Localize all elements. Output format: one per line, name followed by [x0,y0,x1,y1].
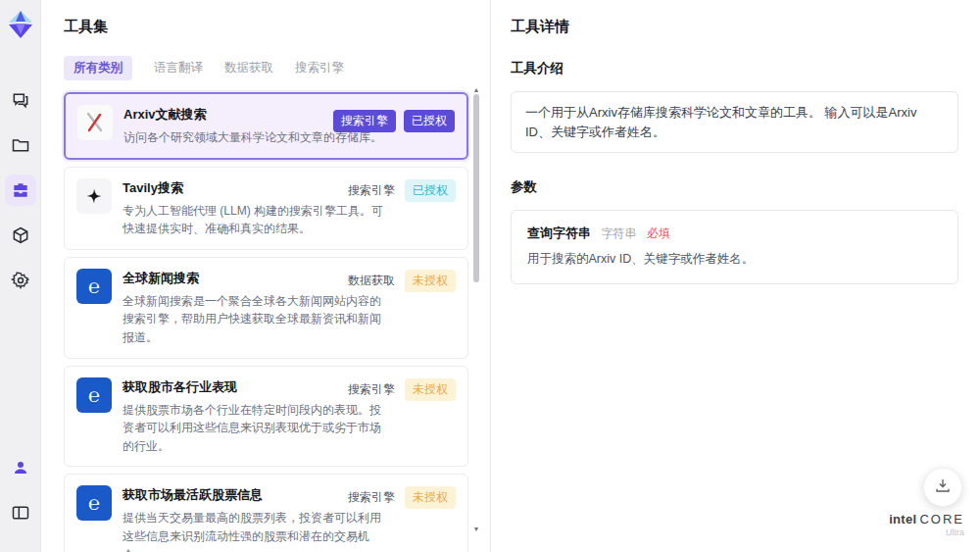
category-badge: 搜索引擎 [346,378,397,401]
tool-description: 提供股票市场各个行业在特定时间段内的表现。投资者可以利用这些信息来识别表现优于或… [122,401,389,456]
download-button[interactable] [923,468,962,507]
tool-description: 专为人工智能代理 (LLM) 构建的搜索引擎工具。可快速提供实时、准确和真实的结… [122,202,389,238]
app-window: 工具集 所有类别 语言翻译 数据获取 搜索引擎 Arxiv文献搜索 访问各个研究… [0,0,980,552]
parameter-header: 查询字符串 字符串 必填 [527,224,942,242]
app-logo-icon[interactable] [7,10,34,43]
category-badge: 搜索引擎 [333,110,396,132]
tool-list-panel: 工具集 所有类别 语言翻译 数据获取 搜索引擎 Arxiv文献搜索 访问各个研究… [41,0,490,552]
tool-description: 提供当天交易量最高的股票列表，投资者可以利用这些信息来识别流动性强的股票和潜在的… [122,509,389,552]
sidebar-item-models[interactable] [5,220,36,251]
tool-card-sector-performance[interactable]: ℮ 获取股市各行业表现 提供股票市场各个行业在特定时间段内的表现。投资者可以利用… [64,366,468,468]
tab-all-categories[interactable]: 所有类别 [64,56,132,80]
category-tabs: 所有类别 语言翻译 数据获取 搜索引擎 [64,56,490,80]
sidebar-item-files[interactable] [5,129,36,161]
scrollbar-thumb[interactable] [473,94,479,282]
auth-badge: 已授权 [404,110,455,132]
params-heading: 参数 [511,178,958,196]
sidebar-item-settings[interactable] [5,265,36,296]
tool-card-global-news[interactable]: ℮ 全球新闻搜索 全球新闻搜索是一个聚合全球各大新闻网站内容的搜索引擎，帮助用户… [64,257,468,359]
arxiv-logo-icon [77,105,113,140]
sidebar-item-chat[interactable] [5,84,36,116]
tool-card-arxiv[interactable]: Arxiv文献搜索 访问各个研究领域大量科学论文和文章的存储库。 搜索引擎 已授… [64,92,468,160]
download-icon [934,477,952,498]
brand-sub-text: Ultra [889,528,964,538]
folder-icon [11,135,30,155]
tool-intro-text: 一个用于从Arxiv存储库搜索科学论文和文章的工具。 输入可以是Arxiv ID… [511,91,958,153]
parameter-required-badge: 必填 [647,226,670,240]
toolbox-icon [11,180,30,200]
tool-card-tavily[interactable]: Tavily搜索 专为人工智能代理 (LLM) 构建的搜索引擎工具。可快速提供实… [64,167,468,250]
panel-icon [11,503,30,523]
intel-brand-text: intel [889,512,916,527]
parameter-name: 查询字符串 [527,226,591,240]
parameter-card: 查询字符串 字符串 必填 用于搜索的Arxiv ID、关键字或作者姓名。 [511,210,958,284]
page-title: 工具集 [64,18,490,36]
tab-search-engine[interactable]: 搜索引擎 [295,56,344,80]
sidebar-item-account[interactable] [5,452,36,483]
list-scrollbar[interactable]: ▲ ▼ [472,86,480,540]
category-badge: 数据获取 [346,270,397,292]
auth-badge: 未授权 [405,486,456,509]
detail-panel-title: 工具详情 [511,18,958,36]
intel-core-logo: intelCORE Ultra [889,513,964,538]
tavily-star-icon [76,178,112,214]
parameter-type: 字符串 [601,226,636,240]
tool-detail-panel: 工具详情 工具介绍 一个用于从Arxiv存储库搜索科学论文和文章的工具。 输入可… [490,0,980,552]
intro-heading: 工具介绍 [511,60,958,77]
chat-icon [11,90,30,110]
tool-description: 全球新闻搜索是一个聚合全球各大新闻网站内容的搜索引擎，帮助用户快速获取全球最新资… [122,292,389,347]
parameter-description: 用于搜索的Arxiv ID、关键字或作者姓名。 [527,251,942,268]
sidebar-item-tools[interactable] [5,175,36,206]
tab-data-acquisition[interactable]: 数据获取 [224,56,273,80]
user-icon [12,459,29,477]
auth-badge: 未授权 [405,270,456,292]
stock-search-logo-icon: ℮ [76,377,112,413]
tab-language-translation[interactable]: 语言翻译 [154,56,203,80]
sidebar-item-collapse[interactable] [5,497,36,528]
category-badge: 搜索引擎 [346,486,397,509]
cube-icon [11,226,30,245]
core-brand-text: CORE [919,512,964,527]
left-rail [0,0,41,552]
scrollbar-up-arrow[interactable]: ▲ [472,86,480,93]
gear-icon [11,271,30,290]
tool-list: Arxiv文献搜索 访问各个研究领域大量科学论文和文章的存储库。 搜索引擎 已授… [64,92,468,552]
news-search-logo-icon: ℮ [76,269,112,304]
scrollbar-down-arrow[interactable]: ▼ [472,526,480,532]
tool-card-active-stocks[interactable]: ℮ 获取市场最活跃股票信息 提供当天交易量最高的股票列表，投资者可以利用这些信息… [64,474,468,552]
auth-badge: 未授权 [405,378,456,401]
category-badge: 搜索引擎 [346,179,397,202]
auth-badge: 已授权 [405,179,456,202]
stock-search-logo-icon: ℮ [76,485,112,521]
